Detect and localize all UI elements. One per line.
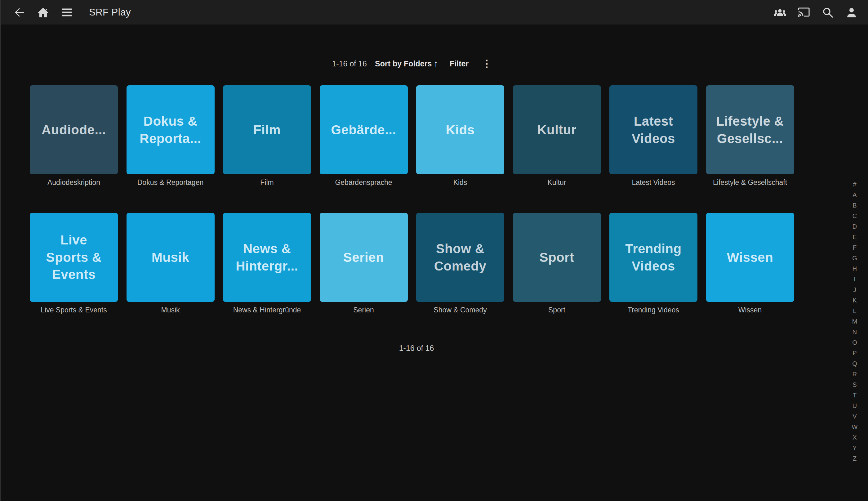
group-icon <box>773 6 787 19</box>
alphabet-letter[interactable]: R <box>850 369 859 380</box>
overflow-menu-button[interactable]: ⋮ <box>482 54 492 73</box>
list-header: 1-16 of 16 Sort by Folders ↑ Filter ⋮ <box>1 54 868 73</box>
folder-tile-caption: Latest Videos <box>609 178 697 187</box>
search-button[interactable] <box>822 6 834 19</box>
folder-cell: News & Hintergr... News & Hintergründe <box>223 213 311 314</box>
alphabet-letter[interactable]: D <box>850 221 859 232</box>
folder-cell: Lifestyle & Gesellsc... Lifestyle & Gese… <box>706 85 794 187</box>
alphabet-letter[interactable]: E <box>850 232 859 242</box>
folder-tile-title: Show & Comedy <box>434 240 487 275</box>
alphabet-letter[interactable]: C <box>850 211 859 221</box>
folder-tile[interactable]: Film <box>223 85 311 174</box>
folder-tile[interactable]: Audiode... <box>30 85 118 174</box>
folder-tile-caption: Sport <box>513 306 601 314</box>
alphabet-letter[interactable]: B <box>850 200 859 211</box>
folder-tile-title: Musik <box>152 249 189 266</box>
alphabet-letter[interactable]: W <box>850 422 859 432</box>
folder-tile-title: Lifestyle & Gesellsc... <box>716 113 784 147</box>
menu-button[interactable] <box>61 6 73 19</box>
folder-cell: Gebärde... Gebärdensprache <box>320 85 408 187</box>
alphabet-letter[interactable]: U <box>850 401 859 411</box>
folder-tile-title: Wissen <box>727 249 773 266</box>
alphabet-letter[interactable]: O <box>850 337 859 348</box>
alphabet-letter[interactable]: A <box>850 190 859 200</box>
folder-tile-caption: Lifestyle & Gesellschaft <box>706 178 794 187</box>
folder-tile-title: Audiode... <box>42 121 106 138</box>
folder-tile[interactable]: Latest Videos <box>609 85 697 174</box>
hamburger-icon <box>61 6 73 19</box>
folder-tile[interactable]: Gebärde... <box>320 85 408 174</box>
folder-tile-caption: Wissen <box>706 306 794 314</box>
alphabet-letter[interactable]: M <box>850 316 859 327</box>
alphabet-letter[interactable]: X <box>850 432 859 443</box>
folder-tile-title: Live Sports & Events <box>46 232 101 283</box>
top-toolbar: SRF Play <box>1 0 868 24</box>
alphabet-letter[interactable]: G <box>850 253 859 263</box>
folder-cell: Film Film <box>223 85 311 187</box>
folder-cell: Latest Videos Latest Videos <box>609 85 697 187</box>
alphabet-letter[interactable]: N <box>850 327 859 337</box>
folder-tile[interactable]: News & Hintergr... <box>223 213 311 302</box>
folder-tile-title: Dokus & Reporta... <box>140 113 201 147</box>
folder-tile[interactable]: Trending Videos <box>609 213 697 302</box>
home-icon <box>37 6 49 19</box>
alphabet-letter[interactable]: V <box>850 411 859 422</box>
folder-tile-title: Film <box>253 121 281 138</box>
folder-tile-caption: Trending Videos <box>609 306 697 314</box>
folder-tile-caption: News & Hintergründe <box>223 306 311 314</box>
group-button[interactable] <box>774 6 786 19</box>
folder-tile[interactable]: Dokus & Reporta... <box>127 85 215 174</box>
folder-tile[interactable]: Live Sports & Events <box>30 213 118 302</box>
filter-button[interactable]: Filter <box>450 54 469 73</box>
folder-tile[interactable]: Lifestyle & Gesellsc... <box>706 85 794 174</box>
back-button[interactable] <box>13 6 25 19</box>
alphabet-letter[interactable]: P <box>850 348 859 358</box>
alphabet-letter[interactable]: H <box>850 263 859 274</box>
tile-row-2: Live Sports & Events Live Sports & Event… <box>30 213 794 314</box>
folder-tile-caption: Kids <box>416 178 504 187</box>
alphabet-letter[interactable]: F <box>850 242 859 253</box>
account-icon <box>845 6 858 19</box>
kebab-icon: ⋮ <box>482 58 492 70</box>
folder-tile-title: Gebärde... <box>331 121 396 138</box>
sort-label: Sort by Folders <box>375 59 432 68</box>
folder-tile-title: Latest Videos <box>632 113 675 147</box>
folder-tile[interactable]: Serien <box>320 213 408 302</box>
folder-tile[interactable]: Kultur <box>513 85 601 174</box>
folder-tile[interactable]: Kids <box>416 85 504 174</box>
folder-tile[interactable]: Sport <box>513 213 601 302</box>
alphabet-letter[interactable]: Y <box>850 443 859 453</box>
folder-tile[interactable]: Musik <box>127 213 215 302</box>
alphabet-letter[interactable]: # <box>850 179 859 190</box>
tile-row-1: Audiode... Audiodeskription Dokus & Repo… <box>30 85 794 187</box>
folder-tile-title: News & Hintergr... <box>236 240 298 275</box>
item-count-bottom: 1-16 of 16 <box>30 344 803 353</box>
folder-cell: Kids Kids <box>416 85 504 187</box>
alphabet-letter[interactable]: S <box>850 380 859 390</box>
folder-cell: Serien Serien <box>320 213 408 314</box>
folder-tile[interactable]: Wissen <box>706 213 794 302</box>
folder-tile-caption: Audiodeskription <box>30 178 118 187</box>
folder-tile-title: Kids <box>446 121 475 138</box>
cast-button[interactable] <box>798 6 810 19</box>
folder-cell: Kultur Kultur <box>513 85 601 187</box>
alphabet-letter[interactable]: T <box>850 390 859 401</box>
folder-tile-caption: Show & Comedy <box>416 306 504 314</box>
folder-cell: Show & Comedy Show & Comedy <box>416 213 504 314</box>
alphabet-letter[interactable]: Q <box>850 358 859 369</box>
account-button[interactable] <box>845 6 858 19</box>
alphabet-rail: #ABCDEFGHIJKLMNOPQRSTUVWXYZ <box>850 179 859 464</box>
sort-button[interactable]: Sort by Folders ↑ <box>375 54 438 73</box>
search-icon <box>822 6 834 19</box>
folder-tile-caption: Serien <box>320 306 408 314</box>
alphabet-letter[interactable]: J <box>850 285 859 295</box>
alphabet-letter[interactable]: L <box>850 306 859 316</box>
alphabet-letter[interactable]: I <box>850 274 859 285</box>
folder-tile[interactable]: Show & Comedy <box>416 213 504 302</box>
folder-tile-title: Sport <box>539 249 574 266</box>
folder-tile-title: Kultur <box>537 121 576 138</box>
cast-icon <box>797 6 810 19</box>
alphabet-letter[interactable]: Z <box>850 453 859 464</box>
alphabet-letter[interactable]: K <box>850 295 859 306</box>
home-button[interactable] <box>37 6 49 19</box>
